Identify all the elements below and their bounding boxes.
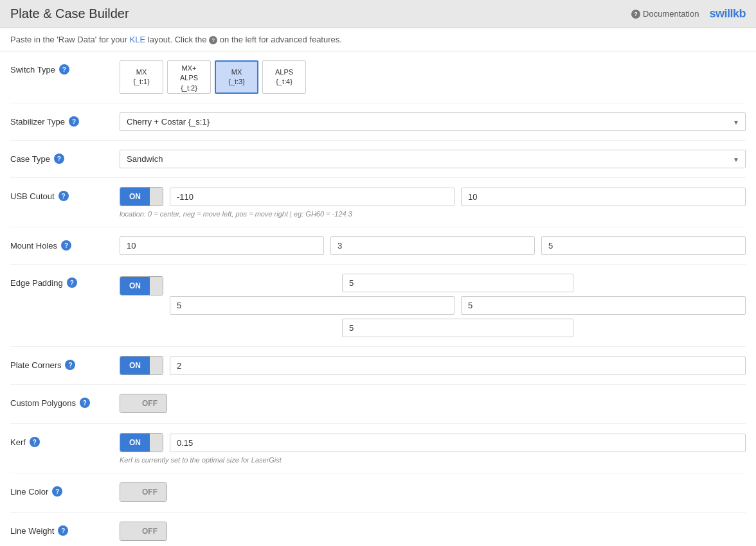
plate-corners-inline: ON: [120, 356, 746, 375]
switch-type-row: Switch Type ? MX{_t:1} MX+ALPS{_t:2} MX{…: [10, 51, 746, 103]
switch-buttons: MX{_t:1} MX+ALPS{_t:2} MX{_t:3} ALPS{_t:…: [120, 60, 746, 94]
edge-padding-bottom-input[interactable]: [342, 319, 573, 337]
usb-location-input[interactable]: [170, 188, 455, 206]
switch-type-help[interactable]: ?: [59, 64, 69, 75]
kerf-controls: ON Kerf is currently set to the optimal …: [120, 433, 746, 464]
line-weight-label-col: Line Weight ?: [10, 522, 120, 536]
plate-corners-label-col: Plate Corners ?: [10, 356, 120, 370]
custom-polygons-label: Custom Polygons: [10, 398, 76, 408]
kle-link[interactable]: KLE: [130, 35, 146, 44]
documentation-link[interactable]: ? Documentation: [631, 9, 699, 19]
case-type-row: Case Type ? Sandwich: [10, 141, 746, 178]
line-color-toggle-off: OFF: [133, 483, 166, 501]
plate-corners-toggle-on: ON: [120, 357, 150, 374]
edge-bottom: [170, 319, 746, 337]
mount-holes-input-1[interactable]: [120, 236, 324, 255]
case-type-label-col: Case Type ?: [10, 150, 120, 164]
custom-polygons-toggle-off: OFF: [133, 394, 166, 412]
usb-cutout-help[interactable]: ?: [59, 191, 69, 201]
edge-padding-top-input[interactable]: [342, 274, 573, 292]
edge-padding-label-col: Edge Padding ?: [10, 274, 120, 288]
main-content: Switch Type ? MX{_t:1} MX+ALPS{_t:2} MX{…: [0, 51, 756, 546]
mount-holes-input-2[interactable]: [330, 236, 535, 255]
mount-holes-controls: [120, 236, 746, 255]
edge-padding-help[interactable]: ?: [67, 277, 77, 288]
switch-type-label-col: Switch Type ?: [10, 60, 120, 75]
case-type-label: Case Type: [10, 154, 50, 164]
line-color-toggle-on: [120, 483, 133, 501]
line-color-help[interactable]: ?: [52, 486, 62, 497]
edge-padding-right-input[interactable]: [461, 296, 746, 315]
usb-cutout-row: USB Cutout ? ON location: 0 = center, ne…: [10, 178, 746, 227]
kerf-label: Kerf: [10, 437, 26, 447]
case-type-select-wrapper: Sandwich: [120, 150, 746, 168]
kerf-toggle-off: [150, 434, 163, 452]
stabilizer-type-select[interactable]: Cherry + Costar {_s:1}: [120, 112, 746, 131]
mount-holes-label-col: Mount Holes ?: [10, 236, 120, 251]
line-color-label-col: Line Color ?: [10, 482, 120, 497]
kerf-hint: Kerf is currently set to the optimal siz…: [120, 456, 746, 464]
kerf-toggle[interactable]: ON: [120, 433, 163, 452]
edge-padding-controls: ON: [120, 274, 746, 337]
kerf-inline: ON: [120, 433, 746, 452]
kerf-help[interactable]: ?: [30, 437, 40, 447]
line-weight-controls: OFF: [120, 522, 746, 542]
line-weight-toggle[interactable]: OFF: [120, 522, 167, 541]
custom-polygons-help[interactable]: ?: [80, 398, 90, 408]
custom-polygons-toggle-on: [120, 394, 133, 412]
stabilizer-type-label-col: Stabilizer Type ?: [10, 112, 120, 127]
plate-corners-controls: ON: [120, 356, 746, 375]
plate-corners-help[interactable]: ?: [65, 360, 75, 370]
case-type-controls: Sandwich: [120, 150, 746, 168]
custom-polygons-toggle[interactable]: OFF: [120, 394, 167, 413]
usb-cutout-toggle-off: [150, 188, 163, 206]
edge-padding-inline: ON: [120, 274, 746, 337]
stabilizer-type-label: Stabilizer Type: [10, 117, 65, 127]
line-weight-label: Line Weight: [10, 526, 54, 536]
edge-padding-toggle-off: [150, 277, 163, 295]
edge-padding-row: Edge Padding ? ON: [10, 265, 746, 347]
stabilizer-type-row: Stabilizer Type ? Cherry + Costar {_s:1}: [10, 103, 746, 141]
switch-btn-mx1[interactable]: MX{_t:1}: [120, 60, 163, 94]
kerf-row: Kerf ? ON Kerf is currently set to the o…: [10, 424, 746, 473]
edge-padding-toggle[interactable]: ON: [120, 276, 163, 295]
question-circle-icon: ?: [631, 10, 640, 19]
stabilizer-type-help[interactable]: ?: [69, 116, 79, 127]
usb-cutout-label: USB Cutout: [10, 191, 55, 201]
kerf-label-col: Kerf ?: [10, 433, 120, 447]
case-type-select[interactable]: Sandwich: [120, 150, 746, 168]
usb-width-input[interactable]: [461, 188, 746, 206]
plate-corners-row: Plate Corners ? ON: [10, 347, 746, 385]
edge-padding-fields: [170, 274, 746, 337]
plate-corners-input[interactable]: [170, 357, 746, 375]
mount-holes-row: Mount Holes ?: [10, 227, 746, 265]
usb-cutout-label-col: USB Cutout ?: [10, 187, 120, 201]
usb-cutout-toggle[interactable]: ON: [120, 187, 163, 206]
custom-polygons-row: Custom Polygons ? OFF: [10, 385, 746, 424]
line-color-controls: OFF: [120, 482, 746, 503]
line-color-toggle[interactable]: OFF: [120, 482, 167, 502]
subheader: Paste in the 'Raw Data' for your KLE lay…: [0, 28, 756, 51]
case-type-help[interactable]: ?: [54, 154, 64, 164]
switch-btn-mx3[interactable]: MX{_t:3}: [215, 60, 258, 94]
plate-corners-toggle[interactable]: ON: [120, 356, 163, 375]
kerf-input[interactable]: [170, 434, 746, 452]
usb-hint: location: 0 = center, neg = move left, p…: [120, 210, 746, 218]
swillkb-logo: swillkb: [709, 7, 746, 21]
mount-holes-input-3[interactable]: [541, 236, 746, 255]
edge-middle: [170, 296, 746, 315]
usb-cutout-toggle-on: ON: [120, 188, 150, 206]
page-title: Plate & Case Builder: [10, 6, 129, 21]
custom-polygons-controls: OFF: [120, 394, 746, 414]
kerf-toggle-on: ON: [120, 434, 150, 452]
line-weight-row: Line Weight ? OFF: [10, 513, 746, 546]
switch-btn-alps4[interactable]: ALPS{_t:4}: [262, 60, 306, 94]
plate-corners-label: Plate Corners: [10, 360, 61, 370]
edge-padding-label: Edge Padding: [10, 278, 63, 288]
mount-holes-help[interactable]: ?: [61, 240, 71, 251]
line-weight-help[interactable]: ?: [58, 525, 68, 536]
edge-padding-left-input[interactable]: [170, 296, 455, 315]
subheader-text-after: layout. Click the: [148, 35, 209, 44]
switch-type-label: Switch Type: [10, 65, 55, 75]
switch-btn-mx-alps2[interactable]: MX+ALPS{_t:2}: [167, 60, 211, 94]
